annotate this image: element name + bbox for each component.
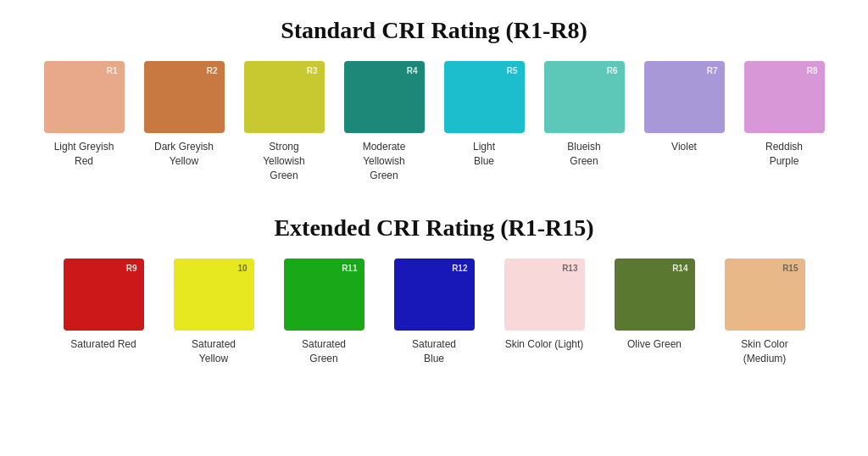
color-name-r2: Dark Greyish Yellow — [154, 140, 214, 169]
swatch-label-r14: R14 — [672, 264, 687, 273]
color-swatch-r2: R2 — [144, 61, 225, 133]
extended-color-grid: R9Saturated Red10Saturated YellowR11Satu… — [53, 259, 815, 366]
color-item-r7: R7Violet — [638, 61, 730, 182]
swatch-label-r4: R4 — [407, 66, 418, 75]
swatch-label-r6: R6 — [607, 66, 618, 75]
color-swatch-r5: R5 — [444, 61, 525, 133]
swatch-label-r8: R8 — [807, 66, 818, 75]
swatch-label-r3: R3 — [307, 66, 318, 75]
color-swatch-r4: R4 — [344, 61, 425, 133]
swatch-label-r2: R2 — [207, 66, 218, 75]
color-name-r6: Blueish Green — [567, 140, 600, 169]
color-name-r13: Skin Color (Light) — [505, 337, 584, 352]
color-name-r9: Saturated Red — [70, 337, 136, 352]
color-item-r5: R5Light Blue — [438, 61, 530, 182]
swatch-label-r15: R15 — [782, 264, 798, 273]
swatch-label-r1: R1 — [107, 66, 118, 75]
color-name-r8: Reddish Purple — [765, 140, 803, 169]
color-name-r10: Saturated Yellow — [192, 337, 236, 366]
swatch-label-r11: R11 — [342, 264, 357, 273]
color-item-r6: R6Blueish Green — [538, 61, 630, 182]
swatch-label-r5: R5 — [507, 66, 518, 75]
color-swatch-r13: R13 — [504, 259, 585, 331]
color-item-r11: R11Saturated Green — [273, 259, 375, 366]
color-item-r15: R15Skin Color (Medium) — [714, 259, 815, 366]
swatch-label-r7: R7 — [707, 66, 718, 75]
swatch-label-r12: R12 — [452, 264, 467, 273]
color-name-r15: Skin Color (Medium) — [741, 337, 787, 366]
standard-title: Standard CRI Rating (R1-R8) — [281, 17, 587, 44]
color-swatch-r7: R7 — [644, 61, 725, 133]
color-swatch-r11: R11 — [284, 259, 364, 331]
color-item-r13: R13Skin Color (Light) — [493, 259, 595, 366]
extended-title: Extended CRI Rating (R1-R15) — [274, 214, 593, 242]
color-swatch-r3: R3 — [244, 61, 325, 133]
color-item-r10: 10Saturated Yellow — [163, 259, 264, 366]
color-item-r14: R14Olive Green — [604, 259, 705, 366]
color-item-r4: R4Moderate Yellowish Green — [338, 61, 430, 182]
color-name-r11: Saturated Green — [302, 337, 346, 366]
color-item-r3: R3Strong Yellowish Green — [238, 61, 330, 182]
color-swatch-r14: R14 — [615, 259, 695, 331]
color-swatch-r12: R12 — [394, 259, 475, 331]
swatch-label-r10: 10 — [237, 264, 247, 273]
color-swatch-r9: R9 — [64, 259, 144, 331]
color-name-r3: Strong Yellowish Green — [263, 140, 305, 182]
extended-section: Extended CRI Rating (R1-R15) R9Saturated… — [25, 214, 843, 375]
color-item-r1: R1Light Greyish Red — [38, 61, 130, 182]
color-item-r2: R2Dark Greyish Yellow — [138, 61, 230, 182]
color-name-r14: Olive Green — [627, 337, 682, 352]
color-name-r5: Light Blue — [473, 140, 495, 169]
color-swatch-r10: 10 — [174, 259, 254, 331]
color-name-r4: Moderate Yellowish Green — [363, 140, 406, 182]
swatch-label-r13: R13 — [562, 264, 577, 273]
color-swatch-r1: R1 — [44, 61, 125, 133]
color-item-r9: R9Saturated Red — [53, 259, 154, 366]
standard-color-grid: R1Light Greyish RedR2Dark Greyish Yellow… — [38, 61, 830, 182]
color-swatch-r15: R15 — [725, 259, 805, 331]
swatch-label-r9: R9 — [126, 264, 137, 273]
color-name-r1: Light Greyish Red — [54, 140, 114, 169]
color-swatch-r8: R8 — [744, 61, 825, 133]
color-swatch-r6: R6 — [544, 61, 625, 133]
standard-section: Standard CRI Rating (R1-R8) R1Light Grey… — [25, 17, 843, 191]
color-item-r12: R12Saturated Blue — [383, 259, 485, 366]
color-item-r8: R8Reddish Purple — [738, 61, 830, 182]
color-name-r12: Saturated Blue — [412, 337, 456, 366]
color-name-r7: Violet — [671, 140, 697, 154]
